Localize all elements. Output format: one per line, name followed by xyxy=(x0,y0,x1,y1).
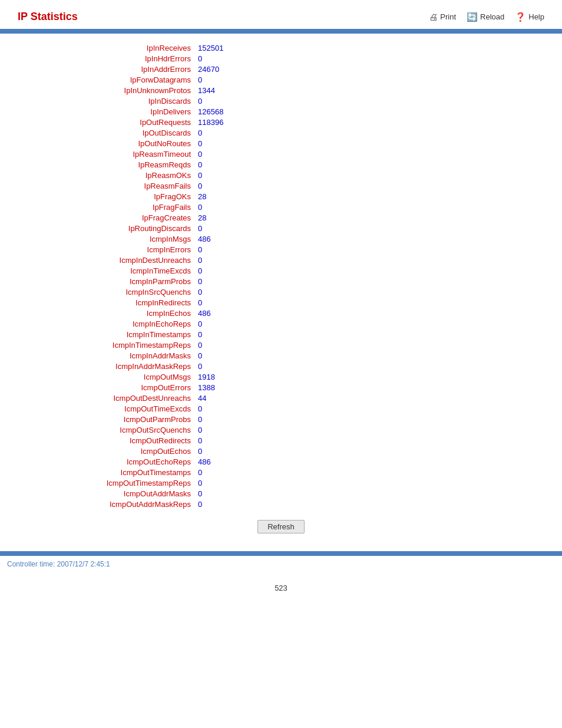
stat-value: 0 xyxy=(194,350,544,361)
stat-value: 0 xyxy=(194,255,544,265)
stat-value: 0 xyxy=(194,435,544,446)
stat-name: IpInDelivers xyxy=(18,106,194,117)
stat-name: IcmpOutDestUnreachs xyxy=(18,393,194,403)
table-row: IpInAddrErrors24670 xyxy=(18,64,544,74)
stat-name: IcmpInTimestampReps xyxy=(18,340,194,350)
stat-value: 0 xyxy=(194,159,544,170)
table-row: IpForwDatagrams0 xyxy=(18,74,544,85)
stat-value: 0 xyxy=(194,403,544,414)
stat-value: 0 xyxy=(194,286,544,297)
stat-value: 0 xyxy=(194,276,544,286)
help-button[interactable]: ❓ Help xyxy=(515,12,544,22)
stat-name: IcmpOutParmProbs xyxy=(18,414,194,424)
table-row: IcmpOutDestUnreachs44 xyxy=(18,393,544,403)
stat-value: 0 xyxy=(194,424,544,435)
stat-name: IcmpInDestUnreachs xyxy=(18,255,194,265)
table-row: IpFragOKs28 xyxy=(18,191,544,202)
table-row: IcmpInAddrMaskReps0 xyxy=(18,361,544,371)
stat-value: 0 xyxy=(194,127,544,138)
stat-name: IcmpInTimestamps xyxy=(18,329,194,340)
stat-value: 0 xyxy=(194,361,544,371)
refresh-button[interactable]: Refresh xyxy=(257,520,305,533)
stat-name: IpInHdrErrors xyxy=(18,53,194,64)
stat-name: IcmpOutEchos xyxy=(18,446,194,456)
stat-value: 0 xyxy=(194,74,544,85)
table-row: IcmpOutEchoReps486 xyxy=(18,456,544,467)
print-icon: 🖨 xyxy=(429,12,438,22)
stat-name: IpOutDiscards xyxy=(18,127,194,138)
stat-name: IcmpOutSrcQuenchs xyxy=(18,424,194,435)
help-label: Help xyxy=(528,12,544,21)
table-row: IcmpInTimeExcds0 xyxy=(18,265,544,276)
table-row: IcmpOutTimeExcds0 xyxy=(18,403,544,414)
stat-value: 152501 xyxy=(194,42,544,53)
stat-name: IpOutNoRoutes xyxy=(18,138,194,149)
table-row: IcmpOutAddrMasks0 xyxy=(18,488,544,499)
stat-name: IpForwDatagrams xyxy=(18,74,194,85)
page-number: 523 xyxy=(0,572,562,604)
stat-value: 0 xyxy=(194,170,544,180)
reload-icon: 🔄 xyxy=(467,12,478,22)
table-row: IcmpInErrors0 xyxy=(18,244,544,255)
stat-value: 0 xyxy=(194,180,544,191)
table-row: IpReasmReqds0 xyxy=(18,159,544,170)
help-icon: ❓ xyxy=(515,12,526,22)
content-area: IpInReceives152501IpInHdrErrors0IpInAddr… xyxy=(0,34,562,551)
stat-value: 24670 xyxy=(194,64,544,74)
footer: Controller time: 2007/12/7 2:45:1 xyxy=(0,556,562,572)
stat-name: IcmpInParmProbs xyxy=(18,276,194,286)
table-row: IcmpOutErrors1388 xyxy=(18,382,544,393)
stat-name: IpFragFails xyxy=(18,202,194,212)
stat-value: 126568 xyxy=(194,106,544,117)
stat-value: 0 xyxy=(194,297,544,308)
table-row: IcmpInParmProbs0 xyxy=(18,276,544,286)
table-row: IpFragCreates28 xyxy=(18,212,544,223)
table-row: IcmpOutTimestampReps0 xyxy=(18,477,544,488)
table-row: IcmpOutSrcQuenchs0 xyxy=(18,424,544,435)
table-row: IcmpInAddrMasks0 xyxy=(18,350,544,361)
header-actions: 🖨 Print 🔄 Reload ❓ Help xyxy=(429,12,544,22)
table-row: IcmpOutEchos0 xyxy=(18,446,544,456)
stat-name: IcmpInSrcQuenchs xyxy=(18,286,194,297)
table-row: IpInUnknownProtos1344 xyxy=(18,85,544,95)
stat-name: IcmpInTimeExcds xyxy=(18,265,194,276)
table-row: IpFragFails0 xyxy=(18,202,544,212)
stat-value: 0 xyxy=(194,95,544,106)
stat-value: 0 xyxy=(194,340,544,350)
stat-name: IcmpOutTimeExcds xyxy=(18,403,194,414)
table-row: IpOutNoRoutes0 xyxy=(18,138,544,149)
page-wrapper: IP Statistics 🖨 Print 🔄 Reload ❓ Help Ip… xyxy=(0,0,562,728)
reload-label: Reload xyxy=(480,12,504,21)
stat-name: IpReasmTimeout xyxy=(18,149,194,159)
reload-button[interactable]: 🔄 Reload xyxy=(467,12,504,22)
table-row: IcmpInSrcQuenchs0 xyxy=(18,286,544,297)
stat-value: 44 xyxy=(194,393,544,403)
blue-bar-bottom xyxy=(0,551,562,556)
table-row: IpReasmTimeout0 xyxy=(18,149,544,159)
controller-time: Controller time: 2007/12/7 2:45:1 xyxy=(7,560,110,568)
table-row: IcmpInTimestamps0 xyxy=(18,329,544,340)
stat-name: IcmpOutAddrMaskReps xyxy=(18,499,194,509)
stat-value: 28 xyxy=(194,191,544,202)
print-button[interactable]: 🖨 Print xyxy=(429,12,456,22)
stat-value: 1388 xyxy=(194,382,544,393)
table-row: IcmpOutAddrMaskReps0 xyxy=(18,499,544,509)
stat-name: IcmpInEchos xyxy=(18,308,194,318)
stat-name: IcmpOutErrors xyxy=(18,382,194,393)
table-row: IpInReceives152501 xyxy=(18,42,544,53)
table-row: IcmpInEchos486 xyxy=(18,308,544,318)
table-row: IcmpInRedirects0 xyxy=(18,297,544,308)
stat-name: IcmpInAddrMaskReps xyxy=(18,361,194,371)
stat-value: 0 xyxy=(194,414,544,424)
table-row: IcmpOutMsgs1918 xyxy=(18,371,544,382)
table-row: IpInDiscards0 xyxy=(18,95,544,106)
stat-name: IpReasmReqds xyxy=(18,159,194,170)
table-row: IpRoutingDiscards0 xyxy=(18,223,544,233)
stat-value: 0 xyxy=(194,149,544,159)
stat-name: IcmpOutRedirects xyxy=(18,435,194,446)
stat-name: IcmpInEchoReps xyxy=(18,318,194,329)
stat-name: IpFragCreates xyxy=(18,212,194,223)
stat-name: IcmpInAddrMasks xyxy=(18,350,194,361)
table-row: IpInDelivers126568 xyxy=(18,106,544,117)
stat-value: 1344 xyxy=(194,85,544,95)
